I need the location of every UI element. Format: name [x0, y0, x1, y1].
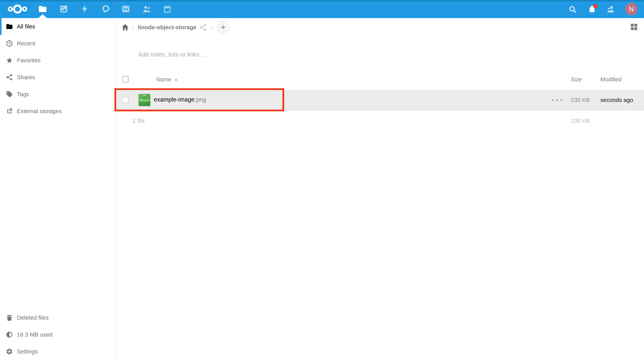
contacts-icon[interactable] [142, 5, 151, 14]
contacts-menu-icon[interactable] [606, 5, 615, 14]
activity-icon[interactable] [80, 5, 89, 14]
filelist-header: Name ▲ Size Modified [116, 74, 644, 85]
file-actions-menu[interactable] [551, 99, 563, 102]
photos-icon[interactable] [59, 5, 68, 14]
column-header-name[interactable]: Name ▲ [156, 76, 178, 83]
mail-icon[interactable] [121, 5, 130, 14]
tag-icon [6, 91, 13, 98]
sidebar-item-label: Tags [17, 91, 29, 97]
sidebar-item-all-files[interactable]: All files [0, 18, 115, 35]
sidebar-item-external-storages[interactable]: External storages [0, 103, 115, 120]
sidebar-item-label: External storages [17, 108, 62, 114]
home-icon[interactable] [121, 23, 130, 32]
column-header-modified[interactable]: Modified [600, 76, 644, 83]
sidebar-item-label: All files [17, 23, 35, 30]
green-image-thumbnail: deals [138, 94, 150, 106]
sidebar-item-favorites[interactable]: Favorites [0, 52, 115, 69]
notes-input[interactable]: Add notes, lists or links ... [138, 51, 206, 58]
clock-icon [6, 40, 13, 47]
plus-icon [220, 24, 226, 31]
sidebar-item-shares[interactable]: Shares [0, 69, 115, 86]
active-app-indicator [38, 14, 47, 18]
nextcloud-logo-icon[interactable] [7, 4, 28, 14]
bell-icon[interactable] [588, 5, 596, 14]
files-folder-icon[interactable] [38, 5, 47, 14]
talk-icon[interactable] [101, 5, 110, 14]
sidebar-item-quota[interactable]: 16.3 MB used [0, 326, 115, 343]
summary-total-size: 230 KB [571, 117, 611, 124]
share-icon [6, 74, 13, 81]
grid-view-icon [630, 23, 638, 31]
sidebar-item-recent[interactable]: Recent [0, 35, 115, 52]
avatar-initial: N [629, 6, 634, 13]
sidebar-footer: Deleted files 16.3 MB used Settings [0, 309, 115, 360]
file-name[interactable]: example-image.png [154, 96, 206, 103]
folder-icon [6, 23, 13, 30]
select-all-checkbox[interactable] [122, 76, 128, 82]
quota-pie-icon [6, 331, 13, 338]
chevron-right-icon [208, 23, 215, 32]
nextcloud-files-page: N All files Recent Favorites [0, 0, 644, 360]
sidebar-item-label: Shares [17, 74, 35, 81]
sidebar: All files Recent Favorites [0, 18, 115, 360]
avatar[interactable]: N [625, 3, 638, 15]
sidebar-item-settings[interactable]: Settings [0, 343, 115, 360]
star-icon [6, 57, 13, 64]
notification-dot [593, 4, 598, 8]
file-row[interactable]: deals example-image.png 230 KB seconds a… [116, 90, 644, 111]
three-dots-icon [551, 99, 563, 102]
breadcrumb-current-folder[interactable]: linode-object-storage [138, 24, 196, 31]
file-row-checkbox[interactable] [122, 97, 128, 103]
sort-ascending-icon: ▲ [174, 78, 178, 82]
sidebar-item-deleted-files[interactable]: Deleted files [0, 309, 115, 326]
summary-file-count: 1 file [132, 117, 144, 124]
external-storage-icon [6, 107, 13, 115]
sidebar-item-label: Settings [17, 348, 38, 355]
sidebar-item-tags[interactable]: Tags [0, 86, 115, 103]
share-icon[interactable] [199, 23, 207, 31]
file-modified: seconds ago [600, 97, 644, 103]
top-header-bar: N [0, 0, 644, 18]
sidebar-item-label: 16.3 MB used [17, 331, 52, 338]
add-new-button[interactable] [217, 21, 230, 34]
calendar-icon[interactable] [163, 5, 172, 14]
trash-icon [6, 314, 13, 321]
filelist-summary: 1 file 230 KB [116, 115, 644, 127]
search-icon[interactable] [568, 5, 577, 14]
gear-icon [6, 348, 13, 355]
sidebar-item-label: Deleted files [17, 314, 48, 321]
sidebar-item-label: Favorites [17, 57, 40, 64]
breadcrumb: linode-object-storage [116, 18, 644, 37]
files-content: linode-object-storage Add n [116, 18, 644, 360]
chevron-right-icon [130, 23, 136, 32]
grid-view-toggle[interactable] [630, 23, 638, 31]
sidebar-item-label: Recent [17, 40, 35, 47]
